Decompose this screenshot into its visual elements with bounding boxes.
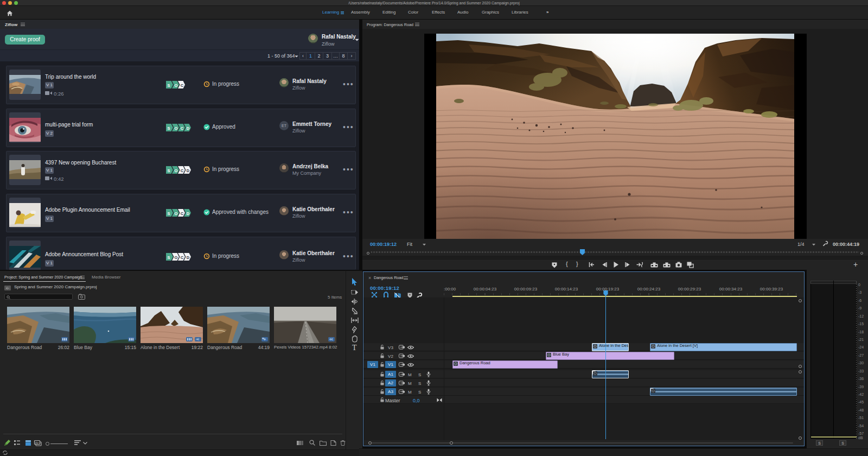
svg-text:S: S — [167, 255, 170, 260]
svg-text:Fij: Fij — [35, 441, 39, 445]
svg-text:D: D — [187, 126, 190, 131]
svg-text:S: S — [167, 126, 170, 131]
svg-text:C: C — [181, 168, 184, 173]
svg-text:C: C — [181, 83, 184, 88]
svg-text:O: O — [175, 83, 178, 88]
svg-text:S: S — [167, 211, 170, 216]
svg-text:O: O — [175, 255, 178, 260]
svg-text:D: D — [187, 255, 190, 260]
svg-text:C: C — [181, 211, 184, 216]
svg-text:O: O — [175, 211, 178, 216]
svg-text:S: S — [167, 83, 170, 88]
svg-text:O: O — [175, 126, 178, 131]
svg-text:C: C — [181, 255, 184, 260]
svg-text:S: S — [167, 168, 170, 173]
svg-text:D: D — [187, 211, 190, 216]
svg-text:D: D — [187, 168, 190, 173]
svg-text:O: O — [175, 168, 178, 173]
svg-text:C: C — [181, 126, 184, 131]
